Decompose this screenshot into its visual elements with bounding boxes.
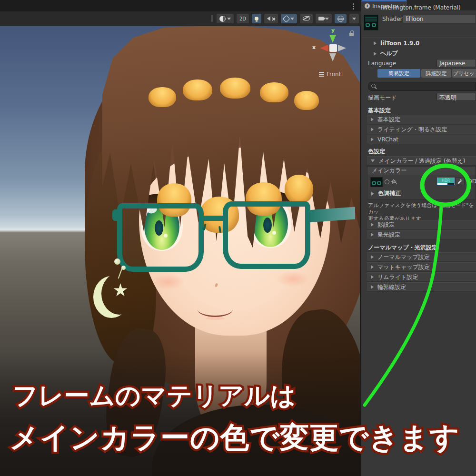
avatar-blush-right <box>276 271 309 287</box>
eyedropper-button[interactable] <box>456 178 465 185</box>
avatar-lip-highlight <box>206 317 225 320</box>
foldout-shadow[interactable]: 影設定 <box>367 220 476 229</box>
foldout-rimlight[interactable]: リムライト設定 <box>367 272 476 282</box>
foldout-arrow-icon <box>371 192 374 196</box>
2d-toggle-button[interactable]: 2D <box>237 14 249 23</box>
gizmo-view-label[interactable]: Front <box>319 71 341 78</box>
foldout-open-arrow-icon <box>371 159 375 162</box>
foldout-matcap[interactable]: マットキャップ設定 <box>367 262 476 272</box>
2d-label: 2D <box>239 16 246 21</box>
foldout-vrchat[interactable]: VRChat <box>367 135 476 144</box>
foldout-help[interactable]: ヘルプ <box>374 50 398 58</box>
hair-highlight <box>260 82 288 102</box>
gizmo-x-cone[interactable] <box>320 45 328 51</box>
tab-simple-settings[interactable]: 簡易設定 <box>377 69 420 78</box>
foldout-normalmap[interactable]: ノーマルマップ設定 <box>367 252 476 262</box>
material-preview-thumbnail[interactable] <box>364 15 378 30</box>
gizmo-y-cone[interactable] <box>329 35 336 43</box>
chevron-down-icon <box>227 18 231 20</box>
speaker-icon <box>267 16 270 21</box>
thumb-glasses-icon <box>366 23 370 27</box>
tab-advanced-settings[interactable]: 詳細設定 <box>421 69 451 78</box>
foldout-maincolor[interactable]: メインカラー / 透過設定 (色替え) <box>367 156 476 166</box>
section-basic-settings: 基本設定 <box>368 107 391 115</box>
alpha-bar-white <box>437 183 447 185</box>
unity-editor-window: 2D <box>0 0 476 476</box>
foldout-emission[interactable]: 発光設定 <box>367 230 476 239</box>
color-hex-value: 0D7 <box>468 178 476 185</box>
thumb-glasses-icon <box>377 181 381 185</box>
camera-settings-button[interactable] <box>316 14 332 23</box>
bottom-shade <box>0 352 360 476</box>
foldout-arrow-icon <box>371 275 374 279</box>
light-bulb-icon <box>255 17 258 20</box>
foldout-basic[interactable]: 基本設定 <box>367 115 476 124</box>
language-label: Language <box>368 60 396 67</box>
caption-line1: フレームのマテリアルは フレームのマテリアルは <box>12 383 296 408</box>
maincolor-texture-slot[interactable] <box>370 177 383 187</box>
earring-bead <box>121 266 126 270</box>
foldout-arrow-icon <box>371 138 374 141</box>
gizmos-dropdown-button[interactable] <box>349 14 359 23</box>
scene-lighting-button[interactable] <box>252 14 261 23</box>
gizmo-bottom-cone[interactable] <box>329 53 336 61</box>
language-dropdown[interactable]: Japanese <box>436 59 476 67</box>
eyedropper-icon <box>457 179 463 184</box>
panel-menu-icon[interactable] <box>353 3 354 5</box>
hair-highlight <box>149 87 176 107</box>
gizmo-globe-icon <box>337 16 344 22</box>
foldout-arrow-icon <box>371 223 374 227</box>
alpha-bar-black <box>447 183 454 185</box>
drawmode-dropdown[interactable]: 不透明 <box>436 93 476 101</box>
toolbar-separator <box>211 15 212 22</box>
foldout-arrow-icon <box>371 255 374 259</box>
audio-mute-button[interactable] <box>264 14 278 23</box>
foldout-outline[interactable]: 輪郭線設定 <box>367 282 476 292</box>
caption-text: メインカラーの色で変更できます <box>10 420 460 454</box>
foldout-tone-correction[interactable]: 色調補正 <box>371 189 401 198</box>
gizmo-center-cube[interactable] <box>329 44 337 52</box>
tab-preset[interactable]: プリセット <box>452 69 476 78</box>
search-input[interactable] <box>368 82 476 91</box>
main-color-swatch[interactable]: HDR <box>437 178 455 185</box>
maincolor-box: メインカラー 色 HDR 0D7 色調補正 <box>367 166 476 199</box>
glasses-temple-left <box>112 209 120 221</box>
divider <box>361 37 476 37</box>
info-icon <box>365 3 370 9</box>
lock-icon[interactable] <box>349 33 354 36</box>
caption-line2: メインカラーの色で変更できます メインカラーの色で変更できます <box>10 423 460 452</box>
maincolor-header: メインカラー <box>367 167 476 175</box>
foldout-lighting[interactable]: ライティング・明るさ設定 <box>367 125 476 134</box>
gizmo-x-label[interactable]: x <box>312 44 316 50</box>
search-icon <box>371 84 376 88</box>
object-picker-icon[interactable] <box>385 179 389 184</box>
foldout-arrow-icon <box>371 118 374 121</box>
menu-lines-icon <box>319 74 324 75</box>
inspector-panel: Inspector Wellington.frame (Material) Sh… <box>361 0 476 476</box>
hair-highlight <box>183 79 212 100</box>
hidden-objects-button[interactable] <box>300 14 313 23</box>
thumb-glasses-icon <box>372 23 376 27</box>
glasses-bridge <box>200 216 227 221</box>
scene-panel-header <box>0 0 361 11</box>
mute-x-icon <box>272 17 275 20</box>
gizmos-button[interactable] <box>335 14 347 23</box>
front-label: Front <box>327 71 341 78</box>
section-normalmap-gloss: ノーマルマップ・光沢設定 <box>368 244 437 252</box>
glasses-lens-right <box>223 201 310 269</box>
shader-dropdown[interactable]: lilToon <box>403 15 476 23</box>
color-label: 色 <box>391 178 397 186</box>
foldout-liltoon-version[interactable]: lilToon 1.9.0 <box>374 40 419 47</box>
scene-orientation-gizmo[interactable]: y x Front <box>308 27 361 84</box>
hair-highlight <box>220 78 250 99</box>
gizmo-y-label[interactable]: y <box>331 27 335 33</box>
effects-icon <box>283 15 290 22</box>
shaded-mode-icon <box>219 16 226 22</box>
effects-button[interactable] <box>281 14 297 23</box>
eye-slash-icon <box>303 16 310 21</box>
draw-mode-button[interactable] <box>217 14 234 23</box>
foldout-arrow-icon <box>374 41 377 45</box>
chevron-down-icon <box>325 18 329 20</box>
gizmo-right-cone[interactable] <box>338 45 346 51</box>
thumb-texture <box>365 17 377 21</box>
